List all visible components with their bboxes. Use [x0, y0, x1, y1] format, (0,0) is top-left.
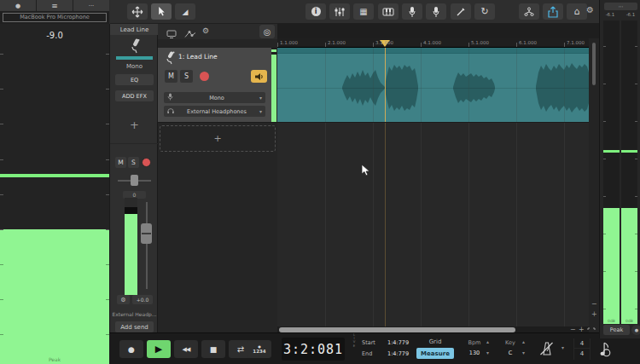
- track-row-divider: [158, 122, 589, 123]
- monitor-icon[interactable]: [166, 26, 177, 43]
- add-effect-button[interactable]: +: [110, 107, 159, 144]
- input-device-label[interactable]: MacBook Pro Microphone: [3, 13, 107, 22]
- channel-level-meter: [125, 198, 137, 295]
- time-signature[interactable]: 4 4: [573, 338, 591, 360]
- meter-scale-tick: [603, 234, 606, 234]
- bpm-up-icon[interactable]: ▴: [486, 338, 489, 344]
- end-value[interactable]: 1:4:779: [387, 350, 409, 357]
- record-button[interactable]: ●: [119, 340, 143, 358]
- metronome-muted-icon[interactable]: [538, 340, 555, 357]
- meter-scale-tick: [635, 84, 637, 84]
- input-level-meter: -9.0 Peak: [0, 24, 109, 364]
- master-more-button[interactable]: ···: [604, 3, 637, 10]
- pattern-grid-icon: ▦: [359, 7, 367, 16]
- vertical-scrollbar[interactable]: − +: [589, 38, 599, 333]
- track-input-dropdown[interactable]: Mono ▾: [164, 92, 265, 103]
- input-peak-caption: Peak: [0, 356, 109, 362]
- key-value[interactable]: C: [503, 350, 517, 356]
- info-button[interactable]: i: [305, 3, 326, 20]
- vertical-scrollbar-thumb[interactable]: [592, 43, 596, 85]
- start-value[interactable]: 1:4:779: [387, 339, 409, 346]
- settings-gear-icon[interactable]: ⚙: [586, 5, 594, 14]
- input-more-button[interactable]: ···: [73, 0, 109, 11]
- ruler-label: 6.1.000: [519, 40, 537, 45]
- eq-button[interactable]: EQ: [115, 74, 154, 85]
- input-record-icon[interactable]: ●: [0, 0, 36, 11]
- metronome-dropdown-icon[interactable]: ▾: [561, 344, 564, 350]
- vertical-zoom-out-button[interactable]: −: [591, 301, 597, 308]
- meter-scale-tick: [0, 54, 3, 55]
- bpm-down-icon[interactable]: ▾: [486, 350, 489, 355]
- meter-scale-tick: [635, 159, 637, 159]
- piano-button[interactable]: [378, 3, 399, 20]
- add-track-zone[interactable]: +: [160, 125, 276, 152]
- grid-mode-button[interactable]: Measure: [416, 348, 454, 359]
- arm-record-button[interactable]: [142, 158, 151, 167]
- vertical-zoom-in-button[interactable]: +: [591, 311, 597, 318]
- ruler-tick: [421, 43, 422, 47]
- input-list-icon[interactable]: ≡: [37, 0, 73, 11]
- fade-tool-button[interactable]: ◢: [175, 3, 195, 20]
- loop-browser-button[interactable]: ↻: [474, 3, 495, 20]
- meter-scale-tick: [603, 271, 606, 272]
- peak-mode-button[interactable]: Peak: [603, 325, 630, 335]
- mixer-button[interactable]: [329, 3, 350, 20]
- track-mic-icon: [164, 51, 176, 68]
- track-arm-record-button[interactable]: [200, 72, 209, 81]
- chevron-down-icon: ▾: [259, 108, 262, 114]
- channel-strip-title[interactable]: Lead Line: [110, 24, 159, 35]
- instrument-mic-button[interactable]: [402, 3, 422, 20]
- pointer-tool-button[interactable]: [151, 3, 172, 20]
- track-level-meter: [271, 48, 276, 122]
- key-label: Key: [503, 339, 517, 346]
- grid-label: Grid: [416, 338, 454, 345]
- gain-value-button[interactable]: +0.0: [132, 295, 153, 304]
- move-tool-button[interactable]: [127, 3, 148, 20]
- meter-scale-tick: [0, 264, 3, 265]
- key-down-icon[interactable]: ▾: [522, 350, 525, 355]
- volume-fader-handle[interactable]: [141, 223, 152, 244]
- audio-region[interactable]: [277, 48, 589, 122]
- track-name[interactable]: 1: Lead Line: [178, 53, 218, 61]
- meter-reset-button[interactable]: ●: [631, 325, 640, 335]
- track-solo-button[interactable]: S: [180, 70, 193, 83]
- quantize-note-icon[interactable]: [596, 340, 611, 359]
- patterns-button[interactable]: ▦: [353, 3, 374, 20]
- channel-output-label[interactable]: External Headp...: [110, 311, 159, 317]
- track-monitor-button[interactable]: [251, 70, 267, 83]
- rewind-button[interactable]: ◀◀: [174, 340, 198, 358]
- master-left-floor-label: 0dB: [603, 319, 620, 323]
- count-in-button[interactable]: ● 1234: [247, 340, 271, 358]
- add-efx-button[interactable]: ADD EFX: [115, 90, 154, 101]
- publish-button[interactable]: ⌂: [567, 3, 587, 20]
- tuner-button[interactable]: [451, 3, 471, 20]
- timeline-ruler[interactable]: 1.1.0002.1.0003.1.0004.1.0005.1.0006.1.0…: [277, 38, 589, 48]
- arrange-area[interactable]: [277, 48, 589, 326]
- add-send-button[interactable]: Add send: [115, 321, 154, 332]
- play-button[interactable]: ▶: [147, 340, 171, 358]
- meter-scale-tick: [635, 234, 637, 234]
- bpm-value[interactable]: 130: [466, 350, 483, 356]
- start-label: Start: [362, 339, 375, 346]
- track-mute-button[interactable]: M: [165, 70, 177, 83]
- track-settings-gear-icon[interactable]: ⚙: [202, 26, 209, 35]
- mute-button[interactable]: M: [115, 157, 126, 168]
- voice-mic-button[interactable]: [426, 3, 446, 20]
- stop-button[interactable]: ■: [201, 340, 225, 358]
- pan-slider-handle[interactable]: [131, 175, 138, 186]
- playhead-line-dim: [385, 122, 386, 326]
- channel-settings-gear-icon[interactable]: ⚙: [117, 295, 130, 304]
- time-display[interactable]: 3:2:081: [282, 338, 345, 361]
- track-color-bar: [116, 56, 153, 60]
- solo-button[interactable]: S: [128, 157, 139, 168]
- track-header[interactable]: 1: Lead Line M S Mono ▾ External Headpho…: [158, 48, 271, 122]
- automation-icon[interactable]: [184, 26, 196, 43]
- connections-button[interactable]: [519, 3, 539, 20]
- microphone-icon: [110, 38, 159, 55]
- follow-playhead-button[interactable]: ◎: [259, 25, 275, 38]
- audio-region-header[interactable]: [277, 48, 589, 54]
- key-up-icon[interactable]: ▴: [522, 338, 525, 344]
- share-button[interactable]: [543, 3, 563, 20]
- track-output-dropdown[interactable]: External Headphones ▾: [164, 106, 265, 117]
- playhead-line: [385, 48, 386, 122]
